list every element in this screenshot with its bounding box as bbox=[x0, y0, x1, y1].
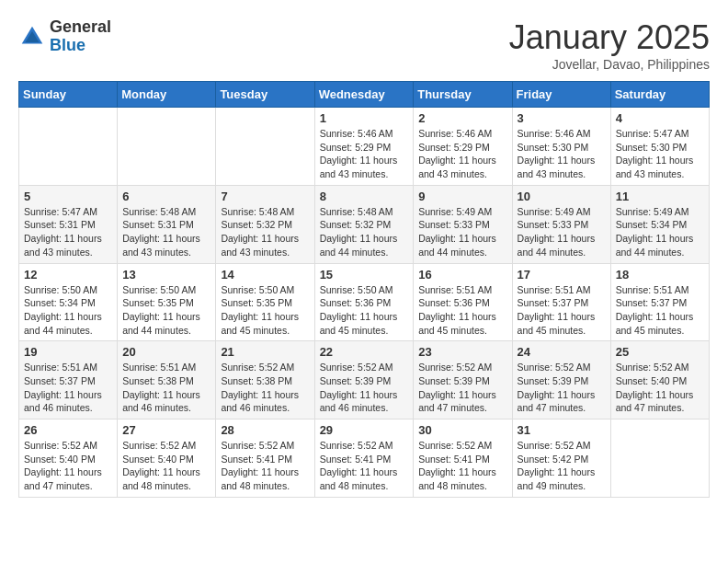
cell-info: Sunrise: 5:50 AM Sunset: 5:36 PM Dayligh… bbox=[320, 283, 409, 338]
calendar-cell: 17Sunrise: 5:51 AM Sunset: 5:37 PM Dayli… bbox=[512, 263, 610, 341]
cell-day-number: 8 bbox=[320, 190, 409, 203]
cell-day-number: 7 bbox=[221, 190, 309, 203]
cell-info: Sunrise: 5:51 AM Sunset: 5:36 PM Dayligh… bbox=[418, 283, 506, 338]
cell-day-number: 27 bbox=[122, 423, 210, 437]
calendar-cell: 5Sunrise: 5:47 AM Sunset: 5:31 PM Daylig… bbox=[19, 185, 118, 263]
cell-day-number: 22 bbox=[320, 345, 409, 359]
calendar-cell: 20Sunrise: 5:51 AM Sunset: 5:38 PM Dayli… bbox=[118, 341, 216, 419]
weekday-header: Tuesday bbox=[216, 82, 314, 108]
cell-info: Sunrise: 5:50 AM Sunset: 5:35 PM Dayligh… bbox=[221, 283, 309, 338]
calendar-cell: 9Sunrise: 5:49 AM Sunset: 5:33 PM Daylig… bbox=[414, 185, 512, 263]
cell-day-number: 17 bbox=[518, 268, 606, 282]
cell-info: Sunrise: 5:49 AM Sunset: 5:33 PM Dayligh… bbox=[418, 205, 506, 259]
cell-day-number: 3 bbox=[518, 111, 606, 125]
calendar-cell: 8Sunrise: 5:48 AM Sunset: 5:32 PM Daylig… bbox=[314, 185, 414, 263]
cell-day-number: 24 bbox=[518, 345, 606, 359]
cell-day-number: 10 bbox=[518, 190, 606, 203]
calendar-cell: 10Sunrise: 5:49 AM Sunset: 5:33 PM Dayli… bbox=[512, 185, 610, 263]
logo: General Blue bbox=[18, 18, 111, 55]
calendar-cell: 23Sunrise: 5:52 AM Sunset: 5:39 PM Dayli… bbox=[414, 341, 512, 419]
calendar-cell: 6Sunrise: 5:48 AM Sunset: 5:31 PM Daylig… bbox=[118, 185, 216, 263]
cell-info: Sunrise: 5:47 AM Sunset: 5:31 PM Dayligh… bbox=[24, 205, 112, 259]
logo-icon bbox=[18, 23, 46, 51]
weekday-header: Saturday bbox=[610, 82, 709, 108]
calendar-cell: 3Sunrise: 5:46 AM Sunset: 5:30 PM Daylig… bbox=[512, 108, 610, 186]
cell-day-number: 18 bbox=[616, 268, 704, 282]
cell-info: Sunrise: 5:50 AM Sunset: 5:34 PM Dayligh… bbox=[24, 283, 112, 338]
cell-info: Sunrise: 5:52 AM Sunset: 5:39 PM Dayligh… bbox=[518, 361, 606, 415]
calendar-cell: 12Sunrise: 5:50 AM Sunset: 5:34 PM Dayli… bbox=[19, 263, 118, 341]
calendar-cell: 7Sunrise: 5:48 AM Sunset: 5:32 PM Daylig… bbox=[216, 185, 314, 263]
logo-general: General bbox=[50, 18, 111, 37]
cell-info: Sunrise: 5:46 AM Sunset: 5:30 PM Dayligh… bbox=[518, 127, 606, 181]
cell-info: Sunrise: 5:47 AM Sunset: 5:30 PM Dayligh… bbox=[616, 127, 704, 181]
calendar-table: SundayMondayTuesdayWednesdayThursdayFrid… bbox=[18, 81, 710, 498]
cell-day-number: 11 bbox=[616, 190, 704, 203]
cell-day-number: 15 bbox=[320, 268, 409, 282]
calendar-cell: 29Sunrise: 5:52 AM Sunset: 5:41 PM Dayli… bbox=[314, 419, 414, 498]
location: Jovellar, Davao, Philippines bbox=[509, 57, 710, 72]
cell-day-number: 12 bbox=[24, 268, 112, 282]
cell-info: Sunrise: 5:51 AM Sunset: 5:38 PM Dayligh… bbox=[122, 361, 210, 415]
cell-day-number: 31 bbox=[518, 423, 606, 437]
calendar-cell: 22Sunrise: 5:52 AM Sunset: 5:39 PM Dayli… bbox=[314, 341, 414, 419]
calendar-cell: 30Sunrise: 5:52 AM Sunset: 5:41 PM Dayli… bbox=[414, 419, 512, 498]
weekday-header: Thursday bbox=[414, 82, 512, 108]
cell-day-number: 2 bbox=[418, 111, 506, 125]
cell-info: Sunrise: 5:51 AM Sunset: 5:37 PM Dayligh… bbox=[24, 361, 112, 415]
calendar-week-row: 26Sunrise: 5:52 AM Sunset: 5:40 PM Dayli… bbox=[19, 419, 710, 498]
cell-info: Sunrise: 5:52 AM Sunset: 5:41 PM Dayligh… bbox=[418, 439, 506, 493]
page-header: General Blue January 2025 Jovellar, Dava… bbox=[18, 18, 710, 72]
calendar-cell: 21Sunrise: 5:52 AM Sunset: 5:38 PM Dayli… bbox=[216, 341, 314, 419]
calendar-cell bbox=[118, 108, 216, 186]
cell-day-number: 25 bbox=[616, 345, 704, 359]
calendar-cell: 31Sunrise: 5:52 AM Sunset: 5:42 PM Dayli… bbox=[512, 419, 610, 498]
calendar-cell: 18Sunrise: 5:51 AM Sunset: 5:37 PM Dayli… bbox=[610, 263, 709, 341]
cell-info: Sunrise: 5:48 AM Sunset: 5:32 PM Dayligh… bbox=[221, 205, 309, 259]
cell-day-number: 14 bbox=[221, 268, 309, 282]
cell-info: Sunrise: 5:52 AM Sunset: 5:38 PM Dayligh… bbox=[221, 361, 309, 415]
calendar-cell: 27Sunrise: 5:52 AM Sunset: 5:40 PM Dayli… bbox=[118, 419, 216, 498]
weekday-header: Wednesday bbox=[314, 82, 414, 108]
cell-day-number: 28 bbox=[221, 423, 309, 437]
calendar-cell: 25Sunrise: 5:52 AM Sunset: 5:40 PM Dayli… bbox=[610, 341, 709, 419]
cell-info: Sunrise: 5:48 AM Sunset: 5:32 PM Dayligh… bbox=[320, 205, 409, 259]
cell-day-number: 23 bbox=[418, 345, 506, 359]
weekday-header: Monday bbox=[118, 82, 216, 108]
calendar-cell: 28Sunrise: 5:52 AM Sunset: 5:41 PM Dayli… bbox=[216, 419, 314, 498]
calendar-cell: 14Sunrise: 5:50 AM Sunset: 5:35 PM Dayli… bbox=[216, 263, 314, 341]
cell-day-number: 26 bbox=[24, 423, 112, 437]
cell-info: Sunrise: 5:52 AM Sunset: 5:40 PM Dayligh… bbox=[616, 361, 704, 415]
cell-info: Sunrise: 5:52 AM Sunset: 5:40 PM Dayligh… bbox=[122, 439, 210, 493]
calendar-cell: 11Sunrise: 5:49 AM Sunset: 5:34 PM Dayli… bbox=[610, 185, 709, 263]
calendar-cell: 24Sunrise: 5:52 AM Sunset: 5:39 PM Dayli… bbox=[512, 341, 610, 419]
weekday-header: Friday bbox=[512, 82, 610, 108]
cell-info: Sunrise: 5:46 AM Sunset: 5:29 PM Dayligh… bbox=[418, 127, 506, 181]
logo-blue: Blue bbox=[50, 37, 111, 55]
calendar-week-row: 5Sunrise: 5:47 AM Sunset: 5:31 PM Daylig… bbox=[19, 185, 710, 263]
calendar-header-row: SundayMondayTuesdayWednesdayThursdayFrid… bbox=[19, 82, 710, 108]
month-title: January 2025 bbox=[509, 18, 710, 57]
calendar-cell: 13Sunrise: 5:50 AM Sunset: 5:35 PM Dayli… bbox=[118, 263, 216, 341]
cell-day-number: 20 bbox=[122, 345, 210, 359]
calendar-cell: 16Sunrise: 5:51 AM Sunset: 5:36 PM Dayli… bbox=[414, 263, 512, 341]
logo-text: General Blue bbox=[50, 18, 111, 55]
cell-info: Sunrise: 5:52 AM Sunset: 5:39 PM Dayligh… bbox=[418, 361, 506, 415]
cell-info: Sunrise: 5:46 AM Sunset: 5:29 PM Dayligh… bbox=[320, 127, 409, 181]
cell-info: Sunrise: 5:51 AM Sunset: 5:37 PM Dayligh… bbox=[518, 283, 606, 338]
cell-day-number: 4 bbox=[616, 111, 704, 125]
calendar-cell: 26Sunrise: 5:52 AM Sunset: 5:40 PM Dayli… bbox=[19, 419, 118, 498]
calendar-week-row: 1Sunrise: 5:46 AM Sunset: 5:29 PM Daylig… bbox=[19, 108, 710, 186]
cell-info: Sunrise: 5:49 AM Sunset: 5:33 PM Dayligh… bbox=[518, 205, 606, 259]
calendar-cell bbox=[610, 419, 709, 498]
calendar-cell bbox=[216, 108, 314, 186]
cell-day-number: 13 bbox=[122, 268, 210, 282]
weekday-header: Sunday bbox=[19, 82, 118, 108]
cell-day-number: 21 bbox=[221, 345, 309, 359]
cell-day-number: 5 bbox=[24, 190, 112, 203]
calendar-week-row: 19Sunrise: 5:51 AM Sunset: 5:37 PM Dayli… bbox=[19, 341, 710, 419]
cell-day-number: 6 bbox=[122, 190, 210, 203]
cell-info: Sunrise: 5:51 AM Sunset: 5:37 PM Dayligh… bbox=[616, 283, 704, 338]
cell-day-number: 30 bbox=[418, 423, 506, 437]
cell-info: Sunrise: 5:52 AM Sunset: 5:41 PM Dayligh… bbox=[320, 439, 409, 493]
